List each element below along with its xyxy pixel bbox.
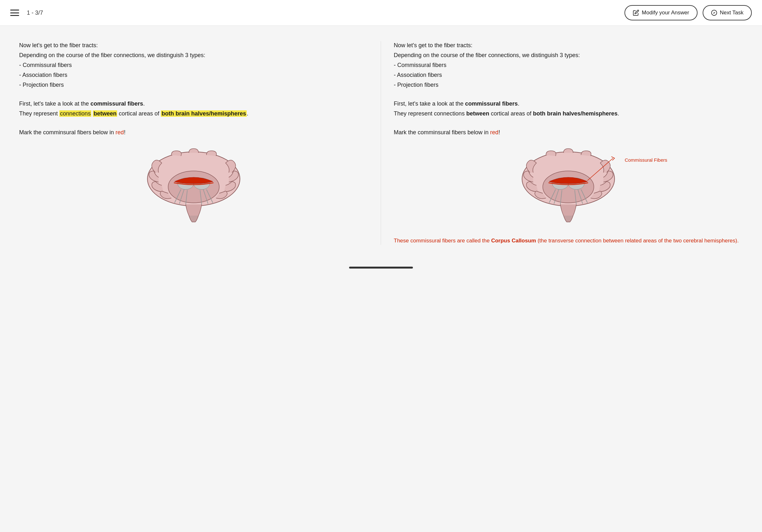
corpus-bold: Corpus Callosum xyxy=(491,237,536,244)
left-mark-instruction: Mark the comminsural fibers below in red… xyxy=(19,128,368,137)
left-commissural-block: First, let's take a look at the commissu… xyxy=(19,100,368,118)
right-brain-svg xyxy=(514,147,623,224)
right-commissural-end: . xyxy=(518,100,519,107)
right-mark-red: red xyxy=(490,129,498,136)
left-intro-line1: Now let's get to the fiber tracts: xyxy=(19,41,368,50)
right-period: . xyxy=(617,110,619,117)
check-circle-icon xyxy=(711,10,717,16)
svg-point-12 xyxy=(543,171,594,203)
left-both-brain-highlight: both brain halves/hemispheres xyxy=(161,110,247,117)
left-commissural-bold: commissural fibers xyxy=(91,100,143,107)
right-commissural-bold: commissural fibers xyxy=(465,100,518,107)
next-task-button[interactable]: Next Task xyxy=(703,5,752,21)
right-brain-container: Commissural Fibers xyxy=(394,147,743,226)
commissural-annotation-label: Commissural Fibers xyxy=(625,157,667,164)
progress-bar xyxy=(349,267,413,269)
right-intro-line1: Now let's get to the fiber tracts: xyxy=(394,41,743,50)
left-fiber2: - Association fibers xyxy=(19,71,368,79)
left-mark-pre: Mark the comminsural fibers below in xyxy=(19,129,115,136)
right-panel: Now let's get to the fiber tracts: Depen… xyxy=(381,41,743,245)
right-commissural-intro-text: First, let's take a look at the xyxy=(394,100,465,107)
header-actions: Modify your Answer Next Task xyxy=(625,5,752,21)
left-connections-highlight: connections xyxy=(59,110,91,117)
next-task-label: Next Task xyxy=(720,10,743,16)
left-intro-line2: Depending on the course of the fiber con… xyxy=(19,51,368,60)
right-they-text: They represent connections xyxy=(394,110,466,117)
svg-point-2 xyxy=(168,171,219,203)
right-cortical: cortical areas of xyxy=(489,110,533,117)
left-brain-svg xyxy=(139,147,248,224)
main-content: Now let's get to the fiber tracts: Depen… xyxy=(0,26,762,260)
right-intro-line2: Depending on the course of the fiber con… xyxy=(394,51,743,60)
right-both-brain-bold: both brain halves/hemispheres xyxy=(533,110,617,117)
left-mark-red: red xyxy=(115,129,124,136)
corpus-post: (the transverse connection between relat… xyxy=(536,237,739,244)
bottom-bar xyxy=(0,260,762,275)
header: 1 - 3/7 Modify your Answer Next Task xyxy=(0,0,762,26)
right-commissural-block: First, let's take a look at the commissu… xyxy=(394,100,743,118)
left-they-text: They represent xyxy=(19,110,59,117)
left-cortical: cortical areas of xyxy=(117,110,161,117)
left-between-highlight: between xyxy=(93,110,117,117)
right-fiber3: - Projection fibers xyxy=(394,81,743,89)
right-commissural-intro: First, let's take a look at the commissu… xyxy=(394,100,743,108)
right-they-represent: They represent connections between corti… xyxy=(394,109,743,118)
corpus-callosum-text: These commissural fibers are called the … xyxy=(394,236,743,245)
modify-answer-label: Modify your Answer xyxy=(642,10,689,16)
left-commissural-intro-text: First, let's take a look at the xyxy=(19,100,91,107)
right-intro-block: Now let's get to the fiber tracts: Depen… xyxy=(394,41,743,89)
left-brain-container xyxy=(19,147,368,224)
left-commissural-intro: First, let's take a look at the commissu… xyxy=(19,100,368,108)
right-brain-wrapper: Commissural Fibers xyxy=(514,147,623,226)
left-fiber1: - Commissural fibers xyxy=(19,61,368,70)
left-mark-end: ! xyxy=(124,129,125,136)
right-between-bold: between xyxy=(466,110,489,117)
modify-answer-button[interactable]: Modify your Answer xyxy=(625,5,697,21)
left-period: . xyxy=(247,110,248,117)
corpus-pre: These commissural fibers are called the xyxy=(394,237,491,244)
page-counter: 1 - 3/7 xyxy=(27,9,43,17)
left-fiber3: - Projection fibers xyxy=(19,81,368,89)
left-they-represent: They represent connections between corti… xyxy=(19,109,368,118)
right-fiber2: - Association fibers xyxy=(394,71,743,79)
menu-icon[interactable] xyxy=(10,10,19,16)
right-mark-pre: Mark the comminsural fibers below in xyxy=(394,129,490,136)
left-commissural-end: . xyxy=(143,100,145,107)
right-fiber1: - Commissural fibers xyxy=(394,61,743,70)
edit-icon xyxy=(633,10,639,16)
left-intro-block: Now let's get to the fiber tracts: Depen… xyxy=(19,41,368,89)
right-mark-end: ! xyxy=(498,129,500,136)
right-mark-instruction: Mark the comminsural fibers below in red… xyxy=(394,128,743,137)
left-panel: Now let's get to the fiber tracts: Depen… xyxy=(19,41,381,245)
